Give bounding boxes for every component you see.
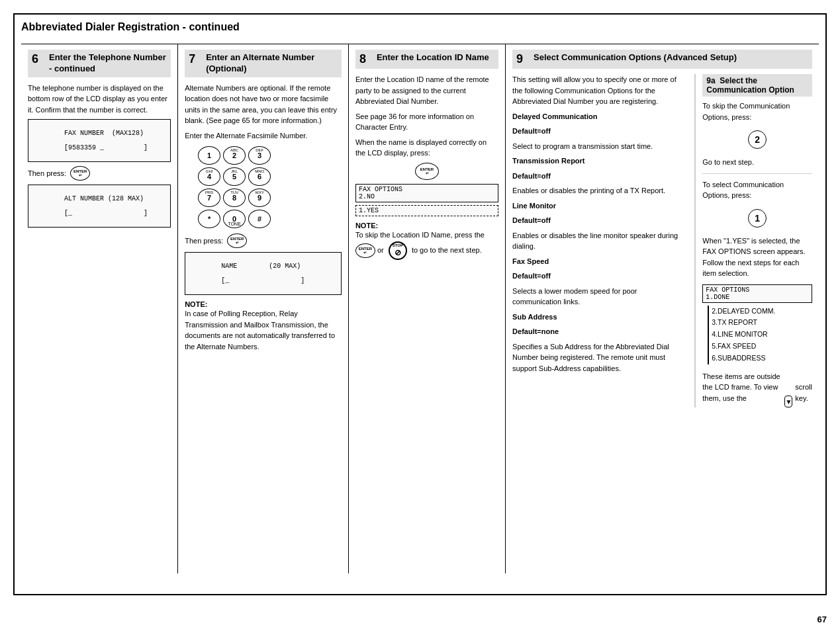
step9-opt2-default: Default=off (512, 171, 688, 182)
key-9[interactable]: WXY9 (248, 189, 271, 207)
step9a-select-key[interactable]: 1 (748, 209, 767, 228)
step9a-body4: When "1.YES" is selected, the FAX OPTION… (702, 235, 812, 279)
bracket-item-0: 2.DELAYED COMM. (712, 306, 812, 317)
step9a-scroll-suffix: scroll key. (795, 382, 812, 403)
step6-then-press: Then press: ENTER↵ (28, 166, 171, 181)
step9-opt3-label: Line Monitor (512, 200, 688, 212)
step7-note-text: In case of Polling Reception, Relay Tran… (185, 310, 335, 351)
step9-opt4-default: Default=off (512, 271, 688, 282)
bracket-item-2: 4.LINE MONITOR (712, 329, 812, 341)
step9-title: Select Communication Options (Advanced S… (534, 52, 737, 63)
step9-main: This setting will allow you to specify o… (512, 74, 695, 407)
key-4[interactable]: GHI4 (198, 167, 220, 186)
page-title: Abbreviated Dialer Registration - contin… (21, 21, 819, 37)
step6-lcd1-l2: [9583359 _ ] (64, 144, 148, 151)
page-number: 67 (817, 614, 827, 624)
step9-opt1-default: Default=off (512, 126, 688, 137)
step7-lcd1: NAME (20 MAX) [_ ] (185, 252, 342, 295)
step9a-bracket-list: 2.DELAYED COMM. 3.TX REPORT 4.LINE MONIT… (708, 306, 812, 364)
step6-body1: The telephone number is displayed on the… (28, 83, 171, 116)
step9-opt3-desc: Enables or disables the line monitor spe… (512, 230, 688, 252)
step7-then-press: Then press: ENTER↵ (185, 233, 342, 248)
key-7[interactable]: PRS7 (198, 189, 220, 207)
step8-body3: When the name is displayed correctly on … (355, 137, 498, 159)
step9a-scroll-arrow[interactable]: ▼ (784, 396, 792, 407)
step9-header: 9 Select Communication Options (Advanced… (512, 50, 812, 69)
step8-header: 8 Enter the Location ID Name (355, 50, 498, 69)
key-3[interactable]: DEF3 (248, 146, 271, 165)
step8-fax-dashed: 1.YES (355, 205, 498, 216)
step9-opt5-default: Default=none (512, 326, 688, 337)
step8-fax-opt-l2: 2.NO (359, 193, 495, 200)
step8-fax-options: FAX OPTIONS 2.NO (355, 184, 498, 202)
step8-stop-btn[interactable]: STOP ⊘ (389, 241, 407, 260)
step8-enter-wrap: ENTER↵ (355, 163, 498, 180)
key-hash[interactable]: # (248, 210, 271, 228)
step6-lcd2-l1: ALT NUMBER (128 MAX) (64, 195, 144, 202)
step8-body2: See page 36 for more information on Char… (355, 111, 498, 133)
step8-note-text3: to go to the next step. (412, 246, 482, 254)
step7-note: NOTE: In case of Polling Reception, Rela… (185, 300, 342, 352)
step9-opt1-label: Delayed Communication (512, 111, 688, 122)
step6-lcd1: FAX NUMBER (MAX128) [9583359 _ ] (28, 119, 171, 162)
step9a-body3: To select Communication Options, press: (702, 179, 812, 201)
step9a-select-key-wrap: 1 (702, 205, 812, 231)
step9a-skip-key[interactable]: 2 (748, 130, 767, 149)
columns-container: 6 Enter the Telephone Number - continued… (21, 44, 819, 573)
step9-opt1-desc: Select to program a transmission start t… (512, 141, 688, 152)
step9a-body1: To skip the Communication Options, press… (702, 101, 812, 122)
main-container: Abbreviated Dialer Registration - contin… (13, 13, 827, 595)
step9a-fax-outer: FAX OPTIONS 1.DONE (702, 284, 812, 303)
step9-opt5-desc: Specifies a Sub Address for the Abbrevia… (512, 341, 688, 374)
step9-opt5-label: Sub Address (512, 312, 688, 323)
step6-lcd2-l2: [_ ] (64, 210, 148, 217)
column-step9: 9 Select Communication Options (Advanced… (506, 44, 819, 573)
step6-number: 6 (32, 52, 45, 66)
step6-header: 6 Enter the Telephone Number - continued (28, 50, 171, 77)
step9-number: 9 (516, 52, 530, 66)
bracket-item-3: 5.FAX SPEED (712, 341, 812, 353)
step6-enter-btn[interactable]: ENTER↵ (70, 166, 90, 181)
column-step6: 6 Enter the Telephone Number - continued… (21, 44, 178, 573)
column-step7: 7 Enter an Alternate Number (Optional) A… (178, 44, 349, 573)
key-6[interactable]: MNO6 (248, 167, 271, 186)
step8-body1: Enter the Location ID name of the remote… (355, 74, 498, 107)
column-step8: 8 Enter the Location ID Name Enter the L… (349, 44, 506, 573)
step8-title: Enter the Location ID Name (377, 52, 489, 63)
step7-body1: Alternate Numbers are optional. If the r… (185, 83, 342, 126)
step9-opt2-label: Transmission Report (512, 155, 688, 167)
step8-number: 8 (359, 52, 373, 66)
key-8[interactable]: TUV8 (223, 189, 246, 207)
step9a-fax-options-box: FAX OPTIONS 1.DONE 2.DELAYED COMM. 3.TX … (702, 284, 812, 364)
key-0[interactable]: TONE0 (223, 210, 246, 228)
key-star[interactable]: * (198, 210, 220, 228)
step6-lcd2: ALT NUMBER (128 MAX) [_ ] (28, 185, 171, 228)
key-2[interactable]: ABC2 (223, 146, 246, 165)
step9-opt2-desc: Enables or disables the printing of a TX… (512, 185, 688, 196)
divider1 (702, 173, 812, 174)
key-5[interactable]: JKL5 (223, 167, 246, 186)
step9-opt3-default: Default=off (512, 215, 688, 226)
step9a-fax-l2: 1.DONE (706, 294, 809, 301)
step9a-header: 9a Select the Communication Option (702, 74, 812, 97)
step9-opt4-label: Fax Speed (512, 256, 688, 267)
step9a-outside-text: These items are outside the LCD frame. T… (702, 371, 782, 404)
step7-header: 7 Enter an Alternate Number (Optional) (185, 50, 342, 77)
step8-note-or: or (377, 246, 384, 254)
step8-enter-btn2[interactable]: ENTER↵ (355, 243, 375, 258)
step7-number: 7 (189, 52, 202, 66)
step9a-fax-l1: FAX OPTIONS (706, 286, 809, 294)
step7-enter-btn[interactable]: ENTER↵ (227, 233, 247, 248)
step6-title: Enter the Telephone Number - continued (49, 52, 167, 75)
step9a-skip-key-wrap: 2 (702, 126, 812, 153)
step9a-scroll-note: These items are outside the LCD frame. T… (702, 371, 812, 408)
step9-body1: This setting will allow you to specify o… (512, 74, 688, 107)
step8-enter-btn[interactable]: ENTER↵ (415, 163, 439, 180)
step9a: 9a Select the Communication Option To sk… (695, 74, 812, 407)
step7-lcd1-l1: NAME (20 MAX) (221, 263, 301, 270)
bracket-item-1: 3.TX REPORT (712, 317, 812, 329)
step8-fax-opt-l1: FAX OPTIONS (359, 186, 495, 193)
key-1[interactable]: 1 (198, 146, 220, 165)
bracket-item-4: 6.SUBADDRESS (712, 353, 812, 364)
keypad: 1 ABC2 DEF3 GHI4 JKL5 MNO6 PRS7 TUV8 WXY… (198, 146, 342, 228)
